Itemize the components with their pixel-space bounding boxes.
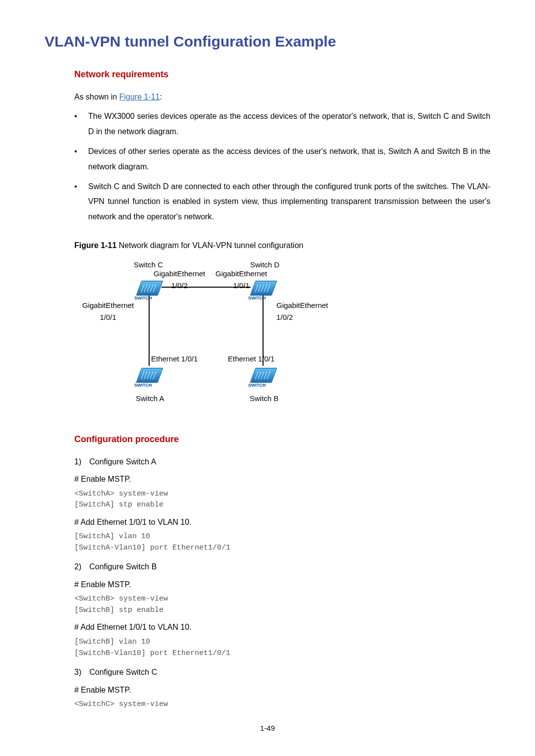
step-item: 3)Configure Switch C — [74, 666, 490, 679]
step-label: Configure Switch A — [89, 457, 156, 466]
step-label: Configure Switch B — [89, 562, 157, 571]
switch-icon — [136, 281, 163, 296]
code-block: <SwitchC> system-view — [74, 699, 490, 710]
list-item: Switch C and Switch D are connected to e… — [74, 179, 490, 229]
code-block: [SwitchB] vlan 10 [SwitchB-Vlan10] port … — [74, 637, 490, 659]
page-number: 1-49 — [45, 722, 490, 734]
label-ge-d-102: GigabitEthernet 1/0/2 — [276, 300, 328, 323]
switch-icon — [250, 281, 277, 296]
label-eth-a: Ethernet 1/0/1 — [151, 353, 198, 365]
code-block: <SwitchA> system-view [SwitchA] stp enab… — [74, 489, 490, 511]
config-steps: 1)Configure Switch A # Enable MSTP. <Swi… — [45, 455, 490, 710]
label-switch-b: Switch B — [250, 393, 278, 404]
figure-caption: Figure 1-11 Network diagram for VLAN-VPN… — [45, 239, 490, 252]
label-ge-c-102: GigabitEthernet 1/0/2 — [154, 268, 205, 292]
intro-prefix: As shown in — [74, 93, 119, 101]
step-comment: # Enable MSTP. — [74, 684, 490, 697]
intro-suffix: : — [160, 93, 162, 101]
switch-icon — [250, 368, 277, 383]
code-block: <SwitchB> system-view [SwitchB] stp enab… — [74, 594, 490, 616]
list-item: Devices of other series operate as the a… — [74, 144, 490, 179]
link-line — [149, 296, 150, 366]
figure-link[interactable]: Figure 1-11 — [119, 93, 160, 101]
link-line — [161, 287, 251, 288]
step-number: 1) — [74, 457, 89, 466]
step-comment: # Add Ethernet 1/0/1 to VLAN 10. — [74, 516, 490, 529]
label-switch-a: Switch A — [136, 393, 164, 404]
intro-text: As shown in Figure 1-11: — [45, 91, 490, 103]
step-number: 3) — [74, 668, 89, 676]
step-comment: # Enable MSTP. — [74, 473, 490, 486]
section-config-procedure: Configuration procedure — [45, 432, 490, 447]
step-comment: # Enable MSTP. — [74, 578, 490, 591]
label-eth-b: Ethernet 1/0/1 — [228, 353, 274, 365]
step-item: 2)Configure Switch B — [74, 560, 490, 573]
figure-title: Network diagram for VLAN-VPN tunnel conf… — [116, 241, 303, 250]
code-block: [SwitchA] vlan 10 [SwitchA-Vlan10] port … — [74, 531, 490, 554]
step-label: Configure Switch C — [89, 668, 157, 676]
figure-number: Figure 1-11 — [74, 241, 116, 250]
step-item: 1)Configure Switch A — [74, 455, 490, 468]
switch-icon — [136, 368, 163, 383]
label-ge-c-101: GigabitEthernet 1/0/1 — [82, 300, 134, 323]
page-title: VLAN-VPN tunnel Configuration Example — [45, 30, 490, 53]
requirements-list: The WX3000 series devices operate as the… — [45, 109, 490, 229]
step-number: 2) — [74, 562, 89, 571]
network-diagram: Switch C Switch D GigabitEthernet 1/0/2 … — [74, 259, 352, 412]
list-item: The WX3000 series devices operate as the… — [74, 109, 490, 144]
step-comment: # Add Ethernet 1/0/1 to VLAN 10. — [74, 621, 490, 634]
section-network-requirements: Network requirements — [45, 67, 490, 82]
